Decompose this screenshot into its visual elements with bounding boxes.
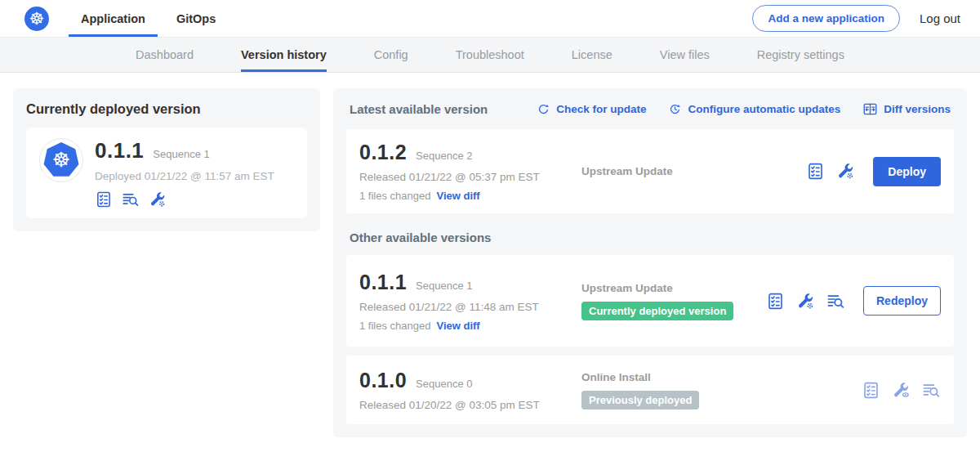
tab-application-label: Application [81,12,145,25]
released-timestamp: Released 01/20/22 @ 03:05 pm EST [359,399,568,411]
edit-config-icon[interactable] [836,162,855,181]
released-timestamp: Released 01/21/22 @ 11:48 am EST [359,301,568,313]
logout-button[interactable]: Log out [920,11,960,25]
sequence-label: Sequence 2 [416,150,472,162]
version-history-panel: Latest available version Check for updat… [333,88,967,437]
edit-config-icon[interactable] [149,190,167,208]
subnav-item-troubleshoot[interactable]: Troubleshoot [456,38,524,72]
subnav-item-config[interactable]: Config [374,38,408,72]
view-config-icon[interactable] [892,381,911,400]
sequence-label: Sequence 1 [416,280,472,292]
deployed-timestamp: Deployed 01/21/22 @ 11:57 am EST [95,170,294,182]
subnav-item-license[interactable]: License [572,38,612,72]
deployed-version-number: 0.1.1 [95,138,144,163]
release-notes-icon[interactable] [862,381,880,400]
subnav-item-version-history[interactable]: Version history [241,38,327,72]
configure-automatic-updates-link[interactable]: Configure automatic updates [668,102,840,116]
version-row-0-1-2: 0.1.2 Sequence 2 Released 01/21/22 @ 05:… [346,129,954,213]
release-notes-icon[interactable] [95,190,113,208]
subnav-item-registry-settings[interactable]: Registry settings [757,38,844,72]
version-row-0-1-0: 0.1.0 Sequence 0 Released 01/20/22 @ 03:… [346,356,954,424]
view-files-icon[interactable] [122,190,140,208]
files-changed-label: 1 files changed [359,190,430,202]
currently-deployed-card: Currently deployed version ☸ 0.1.1 Seque… [13,88,320,231]
view-diff-link[interactable]: View diff [436,320,479,332]
release-notes-icon[interactable] [766,292,785,311]
main-content: Currently deployed version ☸ 0.1.1 Seque… [0,73,980,437]
auto-update-icon [668,102,682,116]
view-diff-link[interactable]: View diff [436,190,479,202]
version-source-label: Online Install [581,371,651,383]
add-application-button[interactable]: Add a new application [752,5,900,32]
version-number: 0.1.2 [359,141,407,164]
status-badge-currently-deployed: Currently deployed version [581,302,733,320]
refresh-icon [537,102,550,116]
tab-gitops-label: GitOps [176,12,216,25]
subnav-item-view-files[interactable]: View files [660,38,710,72]
app-logo: ☸ [39,138,83,182]
release-notes-icon[interactable] [806,162,825,181]
released-timestamp: Released 01/21/22 @ 05:37 pm EST [359,171,568,183]
kubernetes-wheel-glyph: ☸ [29,10,45,27]
files-changed-label: 1 files changed [359,320,430,332]
other-versions-header: Other available versions [350,230,951,244]
diff-icon [862,101,878,117]
version-source-label: Upstream Update [581,165,673,177]
sequence-label: Sequence 0 [416,378,472,390]
version-number: 0.1.0 [359,369,407,392]
app-subnav: Dashboard Version history Config Trouble… [0,38,980,73]
edit-config-icon[interactable] [796,292,815,311]
kubernetes-heptagon-icon: ☸ [43,142,79,178]
top-navbar: ☸ Application GitOps Add a new applicati… [0,0,980,38]
tab-application[interactable]: Application [69,0,158,37]
version-source-label: Upstream Update [581,282,673,294]
view-files-icon[interactable] [826,292,845,311]
deployed-card-title: Currently deployed version [26,101,307,117]
subnav-item-dashboard[interactable]: Dashboard [136,38,194,72]
deployed-version-card: ☸ 0.1.1 Sequence 1 Deployed 01/21/22 @ 1… [26,128,307,218]
check-for-update-link[interactable]: Check for update [537,102,646,116]
version-number: 0.1.1 [359,271,407,294]
deployed-sequence-label: Sequence 1 [153,148,209,160]
kubernetes-logo-icon: ☸ [24,7,49,31]
tab-gitops[interactable]: GitOps [164,0,228,37]
status-badge-previously-deployed: Previously deployed [581,391,699,410]
latest-version-header: Latest available version [350,102,488,116]
app-type-tabs: Application GitOps [69,0,234,37]
redeploy-button[interactable]: Redeploy [863,286,941,316]
version-row-0-1-1: 0.1.1 Sequence 1 Released 01/21/22 @ 11:… [346,255,954,347]
deploy-button[interactable]: Deploy [873,157,941,186]
diff-versions-link[interactable]: Diff versions [862,101,951,117]
view-files-icon[interactable] [922,381,941,400]
